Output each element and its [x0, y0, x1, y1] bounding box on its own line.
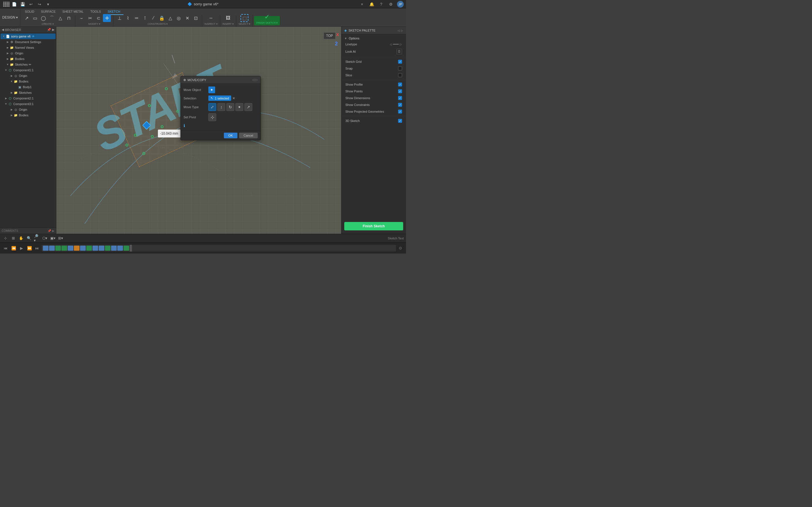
tl-item-5[interactable]	[68, 245, 73, 251]
sketch-point-9[interactable]	[142, 152, 145, 155]
coord-x-value[interactable]: -10.043 mm	[158, 130, 181, 136]
tree-item-comp1-sketches[interactable]: ▶ 📁 Sketches	[8, 90, 56, 96]
inspect-label[interactable]: INSPECT ▾	[204, 22, 217, 25]
notifications-icon[interactable]: 🔔	[368, 1, 375, 8]
bottom-zoom-dropdown[interactable]: 🔎▾	[34, 235, 40, 241]
browser-pin-icon[interactable]: 📌	[47, 28, 51, 32]
tree-item-component3[interactable]: ▼ ⬡ Component3:1	[3, 101, 56, 107]
dialog-expand-icon[interactable]: ◁	[252, 78, 254, 82]
settings-icon[interactable]: ⚙	[388, 1, 394, 8]
design-dropdown[interactable]: DESIGN ▾	[0, 8, 20, 26]
linetype-control[interactable]: ◁ ▷	[390, 43, 402, 46]
tl-item-3[interactable]	[55, 245, 61, 251]
timeline-track[interactable]	[42, 245, 396, 251]
canvas-area[interactable]: START TOP X 2 MOVE/COPY ◁ ▷	[56, 27, 341, 234]
concentric-tool[interactable]: ◎	[175, 14, 183, 22]
tl-item-14[interactable]	[123, 245, 129, 251]
ok-button[interactable]: OK	[224, 133, 238, 138]
tree-item-bodies[interactable]: ▶ 📁 Bodies	[4, 56, 56, 62]
tree-item-sketches[interactable]: ▼ 📁 Sketches ✏	[4, 62, 56, 67]
parallel-tool[interactable]: ═	[133, 14, 140, 22]
user-avatar[interactable]: JP	[397, 1, 404, 8]
move-free-btn[interactable]: ⤢	[208, 103, 216, 111]
tree-item-origin[interactable]: ▶ ◎ Origin	[4, 50, 56, 56]
sketch-point-8[interactable]	[125, 144, 128, 147]
tl-play-btn[interactable]: ▶	[18, 245, 25, 251]
sketch-point-7[interactable]	[151, 135, 154, 138]
tl-item-10[interactable]	[99, 245, 104, 251]
tree-item-comp3-bodies[interactable]: ▶ 📁 Bodies	[8, 112, 56, 118]
sketch-point-3[interactable]	[176, 110, 179, 113]
bottom-display2-icon[interactable]: ▣▾	[50, 235, 56, 241]
palette-options-header[interactable]: ▼ Options	[342, 34, 406, 41]
show-proj-geom-checkbox[interactable]: ✓	[398, 110, 402, 114]
tl-item-12[interactable]	[111, 245, 117, 251]
sketch-point-2[interactable]	[165, 87, 168, 90]
rect-tool[interactable]: ▭	[31, 14, 39, 22]
finish-sketch-label[interactable]: FINISH SKETCH ▾	[256, 21, 278, 24]
tl-end-btn[interactable]: ⏭	[34, 245, 41, 251]
show-points-checkbox[interactable]: ✓	[398, 89, 402, 93]
tree-item-doc-settings[interactable]: ▶ ⚙ Document Settings	[4, 39, 56, 45]
selection-badge[interactable]: ↖ 1 selected	[208, 96, 231, 101]
move-point-btn[interactable]: ✦	[236, 103, 243, 111]
tree-item-comp3-origin[interactable]: ▶ ◎ Origin	[8, 107, 56, 112]
perp-tool[interactable]: ⊺	[141, 14, 149, 22]
lookat-btn[interactable]: 🗓	[396, 49, 402, 54]
file-menu-icon[interactable]: 📄	[11, 1, 17, 8]
undo-icon[interactable]: ↩	[28, 1, 35, 8]
bottom-snap-icon[interactable]: ⊹	[2, 235, 8, 241]
coincident-tool[interactable]: ⊥	[116, 14, 123, 22]
finish-sketch-button[interactable]: Finish Sketch	[344, 222, 403, 230]
linetype-right-chevron[interactable]: ▷	[400, 43, 402, 46]
show-dimensions-checkbox[interactable]: ✓	[398, 96, 402, 100]
tl-item-13[interactable]	[117, 245, 123, 251]
trim-tool[interactable]: ✂	[86, 14, 94, 22]
select-tool[interactable]: ⬚	[241, 14, 248, 22]
app-grid-icon[interactable]	[2, 1, 9, 8]
tl-item-11[interactable]	[105, 245, 110, 251]
sketches-edit-icon[interactable]: ✏	[29, 63, 31, 66]
show-profile-checkbox[interactable]: ✓	[398, 82, 402, 87]
tl-settings-icon[interactable]: ⚙	[397, 245, 404, 251]
polygon-tool[interactable]: △	[56, 14, 64, 22]
sketch-point-1[interactable]	[148, 104, 151, 107]
sketch-point-6[interactable]	[134, 134, 137, 136]
insert-image-tool[interactable]: 🖼	[224, 14, 232, 22]
finish-sketch-section[interactable]: ✓ FINISH SKETCH ▾	[254, 16, 280, 25]
modify-label[interactable]: MODIFY ▾	[88, 22, 100, 25]
sketch-point-5[interactable]	[161, 125, 163, 128]
midpoint-tool[interactable]: △	[166, 14, 174, 22]
fillet-tool[interactable]: ⌣	[78, 14, 86, 22]
bottom-display-icon[interactable]: ⬡▾	[42, 235, 48, 241]
show-constraints-checkbox[interactable]: ✓	[398, 103, 402, 107]
tl-item-8[interactable]	[86, 245, 92, 251]
help-icon[interactable]: ?	[378, 1, 385, 8]
tl-item-7[interactable]	[80, 245, 86, 251]
bottom-display3-icon[interactable]: ⊞▾	[57, 235, 64, 241]
symmetric-tool[interactable]: ✕	[183, 14, 191, 22]
save-icon[interactable]: 💾	[19, 1, 26, 8]
palette-expand-left-icon[interactable]: ◁	[398, 29, 400, 32]
slot-tool[interactable]: ⊓	[65, 14, 73, 22]
tl-item-9[interactable]	[93, 245, 98, 251]
tree-item-comp1-bodies[interactable]: ▼ 📁 Bodies	[8, 78, 56, 84]
browser-expand-icon[interactable]: ▶	[52, 28, 54, 32]
tangent-tool[interactable]: ∕	[149, 14, 157, 22]
constraints-label[interactable]: CONSTRAINTS ▾	[147, 22, 168, 25]
linetype-left-chevron[interactable]: ◁	[390, 43, 392, 46]
snap-checkbox[interactable]	[398, 66, 402, 70]
slice-checkbox[interactable]	[398, 73, 402, 77]
tl-prev-btn[interactable]: ⏪	[10, 245, 17, 251]
equal-tool[interactable]: 🔒	[158, 14, 166, 22]
collinear-tool[interactable]: ⌇	[124, 14, 132, 22]
bottom-pan-icon[interactable]: ✋	[18, 235, 24, 241]
bottom-zoom-icon[interactable]: 🔍	[26, 235, 32, 241]
browser-back-icon[interactable]: ◀	[2, 28, 4, 32]
arc-tool[interactable]: ⌒	[48, 14, 56, 22]
tree-item-body1[interactable]: ▣ Body1	[16, 84, 56, 90]
root-visible-icon[interactable]: 👁	[32, 35, 35, 38]
tree-item-named-views[interactable]: ▶ 📁 Named Views	[4, 45, 56, 50]
move-tool[interactable]: ✛	[103, 14, 111, 22]
insert-label[interactable]: INSERT ▾	[222, 22, 234, 25]
